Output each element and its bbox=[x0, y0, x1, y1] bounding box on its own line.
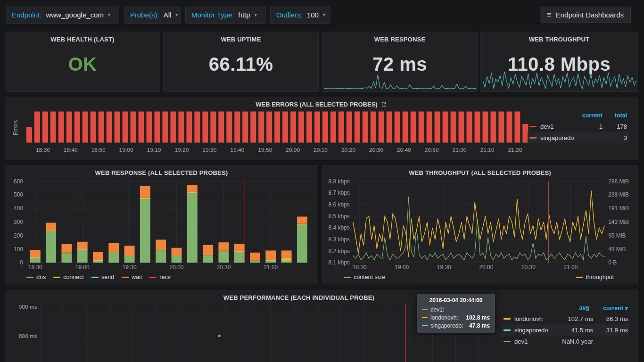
legend-row[interactable]: singaporedo3 bbox=[528, 132, 629, 143]
svg-text:238 MiB: 238 MiB bbox=[608, 192, 629, 198]
performance-legend: avgcurrent ▾londonovh102.7 ms86.3 mssing… bbox=[502, 303, 630, 347]
throughput-chart[interactable]: 8.8 kbps8.7 kbps8.6 kbps8.5 kbps8.4 kbps… bbox=[322, 165, 637, 285]
svg-text:800 ms: 800 ms bbox=[19, 333, 37, 339]
svg-text:19:30: 19:30 bbox=[202, 147, 216, 153]
chevron-down-icon: ▾ bbox=[323, 12, 325, 17]
svg-text:200: 200 bbox=[14, 232, 23, 239]
response-legend: dnsconnectsendwaitrecv bbox=[26, 274, 171, 280]
panel-title[interactable]: WEB THROUGHPUT bbox=[481, 36, 637, 43]
svg-text:18:50: 18:50 bbox=[91, 147, 106, 153]
legend-item[interactable]: connect bbox=[53, 274, 84, 280]
svg-text:20:00: 20:00 bbox=[170, 264, 184, 271]
legend-item[interactable]: recv bbox=[149, 274, 171, 280]
legend-item[interactable]: wait bbox=[122, 274, 142, 280]
svg-text:20:40: 20:40 bbox=[397, 147, 411, 153]
filter-endpoint[interactable]: Endpoint: www_google_com ▾ bbox=[6, 6, 119, 24]
filter-label: Probe(s): bbox=[130, 11, 159, 19]
svg-text:8.1 kbps: 8.1 kbps bbox=[329, 259, 350, 266]
svg-text:20:00: 20:00 bbox=[479, 264, 493, 271]
legend-item[interactable]: dns bbox=[26, 274, 46, 280]
menu-icon: ≡ bbox=[547, 11, 552, 19]
series-throughput bbox=[353, 190, 604, 257]
svg-text:19:50: 19:50 bbox=[258, 147, 272, 153]
svg-text:20:20: 20:20 bbox=[341, 147, 355, 153]
svg-text:21:10: 21:10 bbox=[480, 147, 494, 153]
svg-text:20:30: 20:30 bbox=[216, 264, 231, 271]
svg-text:21:00: 21:00 bbox=[563, 264, 578, 271]
response-chart[interactable]: 600500400300200100018:3019:0019:3020:002… bbox=[5, 165, 318, 285]
svg-text:8.2 kbps: 8.2 kbps bbox=[329, 248, 350, 255]
svg-text:300: 300 bbox=[14, 219, 23, 225]
chevron-down-icon: ▾ bbox=[255, 12, 257, 17]
filter-probes[interactable]: Probe(s): All ▾ bbox=[124, 6, 181, 24]
svg-text:286 MiB: 286 MiB bbox=[608, 178, 629, 185]
web-response-stat-panel: WEB RESPONSE 72 ms bbox=[322, 32, 478, 92]
svg-text:191 MiB: 191 MiB bbox=[608, 205, 629, 212]
panel-title[interactable]: WEB RESPONSE bbox=[322, 36, 477, 43]
stat-value: 66.11% bbox=[164, 54, 318, 75]
svg-text:20:30: 20:30 bbox=[369, 147, 383, 153]
legend-row[interactable]: dev11178 bbox=[528, 121, 629, 132]
legend-item[interactable]: content size bbox=[344, 274, 385, 280]
svg-text:143 MiB: 143 MiB bbox=[608, 219, 629, 225]
svg-text:18:30: 18:30 bbox=[353, 264, 367, 271]
svg-text:18:30: 18:30 bbox=[36, 147, 50, 153]
web-health-panel: WEB HEALTH (LAST) OK bbox=[5, 32, 160, 92]
svg-text:0: 0 bbox=[20, 259, 23, 266]
svg-text:8.6 kbps: 8.6 kbps bbox=[329, 201, 350, 208]
filter-monitor-type[interactable]: Monitor Type: http ▾ bbox=[185, 6, 266, 24]
filter-label: Monitor Type: bbox=[191, 11, 234, 19]
chevron-down-icon: ▾ bbox=[175, 12, 178, 17]
svg-text:400: 400 bbox=[14, 205, 23, 212]
web-errors-panel: WEB ERRORS (ALL SELECTED PROBES) Errors1… bbox=[5, 97, 638, 160]
svg-text:600: 600 bbox=[14, 178, 23, 185]
legend-item[interactable]: throughput bbox=[576, 274, 614, 280]
svg-text:48 MiB: 48 MiB bbox=[608, 246, 626, 253]
svg-text:19:10: 19:10 bbox=[147, 147, 161, 153]
filter-value[interactable]: http bbox=[239, 11, 250, 19]
filter-label: Outliers: bbox=[276, 11, 303, 19]
errors-bars bbox=[26, 112, 528, 143]
svg-text:8.3 kbps: 8.3 kbps bbox=[329, 236, 350, 243]
legend-row[interactable]: dev1NaN.0 year bbox=[502, 336, 630, 347]
endpoint-dashboards-button[interactable]: ≡ Endpoint Dashboards bbox=[540, 7, 631, 23]
legend-item[interactable]: send bbox=[91, 274, 114, 280]
panel-title[interactable]: WEB HEALTH (LAST) bbox=[5, 36, 160, 43]
svg-text:8.7 kbps: 8.7 kbps bbox=[329, 189, 350, 196]
svg-text:500: 500 bbox=[14, 192, 23, 198]
svg-text:20:00: 20:00 bbox=[286, 147, 300, 153]
svg-text:900 ms: 900 ms bbox=[19, 304, 37, 311]
svg-text:8.8 kbps: 8.8 kbps bbox=[329, 178, 350, 185]
svg-text:95 MiB: 95 MiB bbox=[608, 232, 626, 239]
svg-text:20:50: 20:50 bbox=[425, 147, 439, 153]
svg-text:19:20: 19:20 bbox=[174, 147, 189, 153]
web-performance-panel: WEB PERFORMANCE (EACH INDIVIDUAL PROBE) … bbox=[5, 290, 638, 362]
svg-text:19:30: 19:30 bbox=[437, 264, 451, 271]
svg-text:21:20: 21:20 bbox=[508, 147, 522, 153]
filter-value[interactable]: 100 bbox=[307, 11, 319, 19]
stat-value: OK bbox=[5, 54, 160, 75]
filter-label: Endpoint: bbox=[12, 11, 41, 19]
filter-value[interactable]: All bbox=[164, 11, 172, 19]
stat-value: 72 ms bbox=[322, 54, 477, 75]
svg-text:8.4 kbps: 8.4 kbps bbox=[329, 224, 350, 231]
svg-text:19:00: 19:00 bbox=[75, 264, 90, 271]
web-uptime-panel: WEB UPTIME 66.11% bbox=[163, 32, 319, 92]
web-response-panel: WEB RESPONSE (ALL SELECTED PROBES) 60050… bbox=[5, 165, 318, 285]
svg-text:20:30: 20:30 bbox=[521, 264, 536, 271]
throughput-sparkline bbox=[483, 71, 636, 90]
filter-value[interactable]: www_google_com bbox=[46, 11, 104, 19]
svg-text:19:00: 19:00 bbox=[119, 147, 133, 153]
x-axis: 18:3018:4018:5019:0019:1019:2019:3019:40… bbox=[36, 147, 522, 153]
errors-legend: currenttotaldev11178singaporedo3 bbox=[528, 110, 629, 143]
web-throughput-panel: WEB THROUGHPUT (ALL SELECTED PROBES) 8.8… bbox=[322, 165, 638, 285]
response-sparkline bbox=[324, 74, 476, 90]
legend-row[interactable]: singaporedo41.5 ms31.9 ms bbox=[502, 324, 630, 336]
filter-outliers[interactable]: Outliers: 100 ▾ bbox=[270, 6, 330, 24]
svg-text:19:00: 19:00 bbox=[395, 264, 409, 271]
svg-text:21:00: 21:00 bbox=[264, 264, 278, 271]
svg-text:19:30: 19:30 bbox=[123, 264, 137, 271]
tooltip-timestamp: 2016-03-04 20:44:00 bbox=[422, 297, 490, 304]
panel-title[interactable]: WEB UPTIME bbox=[164, 36, 318, 43]
legend-row[interactable]: londonovh102.7 ms86.3 ms bbox=[502, 313, 630, 324]
